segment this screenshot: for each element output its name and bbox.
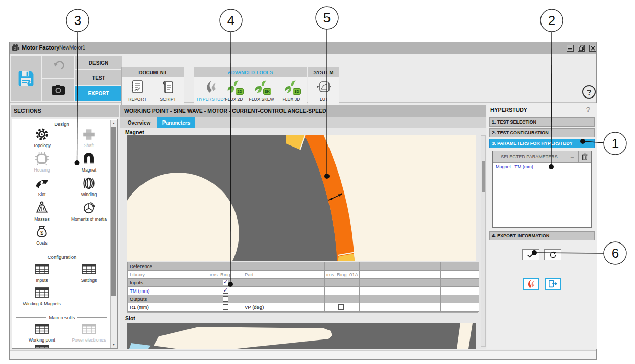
cell-r1: R1 (mm) xyxy=(130,303,149,311)
fluxskew-label: FLUX SKEW xyxy=(249,96,274,102)
power-electronics-label: Power electronics xyxy=(72,337,106,343)
sidebar-item-shaft[interactable]: Shaft xyxy=(65,127,113,148)
checkbox-r1[interactable] xyxy=(223,304,228,310)
fluxskew-badge: SK xyxy=(263,88,271,95)
winding-label: Winding xyxy=(81,192,97,197)
tab-overview[interactable]: Overview xyxy=(121,117,157,128)
callout-2: 2 xyxy=(548,13,555,28)
delete-all-button[interactable] xyxy=(579,151,591,162)
slot-icon xyxy=(35,176,49,190)
sidebar-item-working-point[interactable]: Working point xyxy=(18,321,66,343)
table-grid-line xyxy=(324,262,325,311)
document-name: NewMotor1 xyxy=(59,45,85,51)
settings-label: Settings xyxy=(81,278,97,283)
step-test-selection[interactable]: 1. TEST SELECTION xyxy=(489,117,595,127)
hyperstudy-panel-title: HYPERSTUDY xyxy=(490,107,527,113)
help-button[interactable]: ? xyxy=(582,85,596,99)
table-row xyxy=(128,287,479,295)
hyperstudy-help-icon[interactable]: ? xyxy=(586,106,590,113)
callout-6: 6 xyxy=(612,246,619,261)
step-export-information[interactable]: 4. EXPORT INFORMATION xyxy=(489,231,595,240)
magnet-preview[interactable] xyxy=(127,135,476,261)
hyperstudy-icon xyxy=(204,80,219,94)
slot-preview[interactable] xyxy=(127,323,476,349)
topology-icon xyxy=(35,127,49,141)
flux2d-badge: 2D xyxy=(236,88,244,95)
slot-label: Slot xyxy=(38,192,46,197)
export-file-button[interactable] xyxy=(545,278,561,290)
table-row xyxy=(128,303,479,311)
selected-parameters-box: SELECTED PARAMETERS − Magnet : TM (mm) xyxy=(492,151,592,228)
snapshot-button[interactable] xyxy=(42,79,74,101)
sidebar-scrollbar[interactable]: ▲ ▼ xyxy=(110,120,117,348)
sidebar-item-costs[interactable]: Costs xyxy=(18,224,66,246)
group-main-results-title: Main results xyxy=(49,314,75,320)
export-file-icon xyxy=(548,280,558,288)
sidebar-item-inputs[interactable]: Inputs xyxy=(18,261,66,283)
test-header-bar: WORKING POINT - SINE WAVE - MOTOR - CURR… xyxy=(120,105,486,117)
checkbox-inputs[interactable] xyxy=(223,280,228,285)
parameters-table: Reference Library ims_Ring Part ims_Ring… xyxy=(127,262,479,312)
selected-parameter-item[interactable]: Magnet : TM (mm) xyxy=(496,164,533,169)
restore-icon xyxy=(579,45,584,51)
tab-test[interactable]: TEST xyxy=(75,70,122,85)
step-parameters-for-hyperstudy[interactable]: 3. PARAMETERS FOR HYPERSTUDY xyxy=(489,139,595,148)
save-button[interactable] xyxy=(11,56,41,101)
trash-icon xyxy=(581,153,589,161)
moments-of-inertia-icon xyxy=(82,201,96,215)
cell-library: Library xyxy=(130,271,145,279)
sidebar-item-slot[interactable]: Slot xyxy=(18,176,66,197)
app-window: Motor Factory NewMotor1 DESIGN TEST EXPO… xyxy=(9,42,597,360)
undo-button[interactable] xyxy=(42,56,74,78)
tab-parameters[interactable]: Parameters xyxy=(157,117,195,128)
table-grid-line xyxy=(208,262,208,311)
export-hyperstudy-button[interactable] xyxy=(523,278,539,290)
sidebar-item-magnet[interactable]: Magnet xyxy=(65,151,113,173)
main-scroll-thumb[interactable] xyxy=(482,161,485,192)
status-bar xyxy=(10,350,596,359)
checkbox-outputs[interactable] xyxy=(223,296,228,302)
magnet-icon xyxy=(82,152,96,166)
validate-button[interactable] xyxy=(522,249,539,260)
scroll-down-icon[interactable]: ▼ xyxy=(111,342,117,348)
sidebar-item-masses[interactable]: Masses xyxy=(18,200,66,222)
remove-parameter-button[interactable]: − xyxy=(566,151,578,162)
sidebar-item-moments-of-inertia[interactable]: Moments of inertia xyxy=(65,200,113,222)
sidebar-item-winding[interactable]: Winding xyxy=(65,176,113,197)
report-icon xyxy=(131,80,144,94)
topology-label: Topology xyxy=(33,143,51,148)
main-scrollbar[interactable] xyxy=(481,135,486,347)
sidebar-item-settings[interactable]: Settings xyxy=(65,261,113,283)
title-bar[interactable]: Motor Factory NewMotor1 xyxy=(10,42,596,54)
sidebar-item-power-electronics[interactable]: Power electronics xyxy=(65,321,113,343)
scroll-up-icon[interactable]: ▲ xyxy=(111,120,117,126)
sidebar-item-topology[interactable]: Topology xyxy=(18,127,66,148)
panel-divider xyxy=(489,270,595,270)
masses-icon xyxy=(35,201,49,215)
minimize-button[interactable] xyxy=(567,45,574,52)
costs-label: Costs xyxy=(36,240,48,246)
cell-part: Part xyxy=(245,271,253,279)
tab-design[interactable]: DESIGN xyxy=(75,56,122,69)
tab-export[interactable]: EXPORT xyxy=(75,86,122,101)
cell-outputs: Outputs xyxy=(130,295,147,303)
flux3d-badge: 3D xyxy=(293,88,301,95)
cell-library-value: ims_Ring xyxy=(210,271,230,279)
table-row xyxy=(128,295,479,303)
callout-4: 4 xyxy=(227,13,234,28)
close-button[interactable] xyxy=(589,45,596,52)
checkbox-vp[interactable] xyxy=(338,304,344,310)
step-test-configuration[interactable]: 2. TEST CONFIGURATION xyxy=(489,128,595,137)
sidebar-scroll-thumb[interactable] xyxy=(111,127,116,296)
shaft-label: Shaft xyxy=(84,143,94,148)
sidebar-item-winding-magnets[interactable]: Winding & Magnets xyxy=(18,285,66,306)
winding-icon xyxy=(82,176,96,190)
sections-panel: Design Topology Shaft Housing Magnet Slo… xyxy=(12,119,118,349)
table-row xyxy=(128,262,479,271)
cell-inputs: Inputs xyxy=(130,279,143,287)
sidebar-item-housing[interactable]: Housing xyxy=(18,151,66,173)
reset-button[interactable] xyxy=(544,249,561,260)
costs-icon xyxy=(35,225,49,239)
restore-button[interactable] xyxy=(578,45,585,52)
checkbox-tm[interactable] xyxy=(223,288,228,294)
